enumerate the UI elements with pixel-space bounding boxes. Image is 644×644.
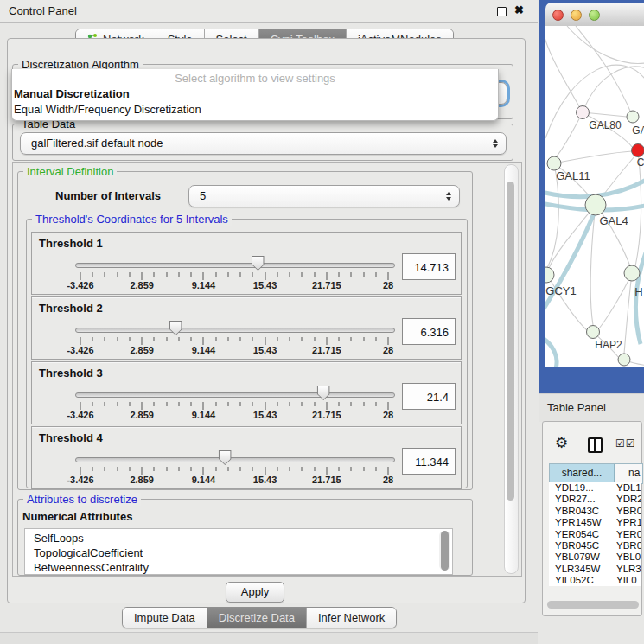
- threshold-label: Threshold 1: [39, 237, 103, 250]
- zoom-traffic-light-icon[interactable]: [589, 10, 600, 21]
- table-row[interactable]: YLR345WYLR3: [549, 564, 641, 575]
- attribute-item-selfloops[interactable]: SelfLoops: [25, 531, 452, 545]
- slider-thumb-face: [220, 451, 231, 464]
- network-node-gal4[interactable]: [585, 194, 606, 215]
- network-window-titlebar[interactable]: [545, 3, 644, 27]
- tick-mark: [375, 337, 376, 341]
- minimize-traffic-light-icon[interactable]: [571, 10, 582, 21]
- attribute-item-topologicalcoefficient[interactable]: TopologicalCoefficient: [25, 545, 452, 560]
- network-node-c[interactable]: [618, 354, 630, 366]
- tick-label: 28: [383, 475, 393, 485]
- tick-mark: [80, 402, 81, 410]
- list-scrollbar[interactable]: [439, 531, 450, 571]
- tick-mark: [326, 467, 327, 475]
- cell-name: YBR0: [613, 540, 641, 552]
- bottom-tab-strip: Impute DataDiscretize DataInfer Network: [122, 607, 397, 628]
- column-header-shared-name[interactable]: shared...: [550, 464, 615, 483]
- threshold-row-threshold-1: Threshold 1-3.4262.8599.14415.4321.71528…: [31, 232, 462, 295]
- close-traffic-light-icon[interactable]: [552, 10, 564, 21]
- list-scrollbar-thumb[interactable]: [441, 531, 449, 571]
- table-row[interactable]: YBR043CYBR0: [549, 506, 641, 517]
- network-node[interactable]: [627, 111, 639, 123]
- table-body[interactable]: YDL19...YDL1YDR27...YDR2YBR043CYBR0YPR14…: [549, 482, 641, 586]
- close-icon[interactable]: ✖: [514, 3, 524, 16]
- attributes-list[interactable]: SelfLoopsTopologicalCoefficientBetweenne…: [24, 528, 453, 575]
- tick-label: 28: [383, 410, 393, 420]
- table-row[interactable]: YIL052CYIL0: [549, 575, 641, 586]
- tick-mark: [227, 337, 228, 341]
- tick-mark: [142, 337, 143, 345]
- network-node-gcy1[interactable]: [545, 267, 554, 283]
- slider-thumb[interactable]: [317, 386, 330, 400]
- network-node-gal80[interactable]: [577, 106, 590, 119]
- float-window-icon[interactable]: [497, 7, 507, 16]
- tick-mark: [117, 467, 118, 471]
- tick-mark: [178, 272, 179, 277]
- popup-option-manual-discretization[interactable]: Manual Discretization: [12, 86, 498, 102]
- threshold-value-field[interactable]: 21.4: [402, 383, 456, 410]
- tick-mark: [142, 402, 143, 410]
- vertical-scrollbar[interactable]: [504, 164, 519, 574]
- network-node-gal11[interactable]: [547, 156, 561, 170]
- tick-mark: [290, 337, 290, 341]
- window-title: Control Panel: [9, 4, 77, 17]
- apply-button[interactable]: Apply: [226, 582, 284, 603]
- cell-shared-name: YBR043C: [549, 506, 613, 517]
- table-row[interactable]: YDR27...YDR2: [549, 494, 641, 505]
- tick-mark: [215, 467, 216, 471]
- network-node-hap2[interactable]: [587, 326, 600, 339]
- threshold-value-field[interactable]: 14.713: [402, 253, 456, 280]
- network-canvas[interactable]: GAL80GAGAL11GAL4GCY1HHAP2C: [545, 26, 644, 367]
- slider-thumb[interactable]: [169, 321, 182, 335]
- column-header-name[interactable]: na: [615, 464, 642, 483]
- bottom-tab-impute-data[interactable]: Impute Data: [123, 608, 207, 628]
- threshold-value-field[interactable]: 6.316: [402, 318, 456, 345]
- column-browser-icon[interactable]: [588, 437, 603, 453]
- tick-mark: [166, 467, 167, 471]
- cell-name: YBR0: [613, 506, 641, 517]
- tick-mark: [252, 467, 253, 471]
- table-data-combobox[interactable]: galFiltered.sif default node: [20, 132, 507, 155]
- table-panel-header: Table Panel: [539, 393, 644, 422]
- table-row[interactable]: YBL079WYBL0: [549, 552, 641, 563]
- table-header-row: shared... na: [549, 463, 643, 484]
- tick-mark: [265, 337, 265, 345]
- network-node-label: GAL11: [556, 169, 590, 182]
- horizontal-scrollbar-thumb[interactable]: [547, 601, 639, 609]
- threshold-stack: Threshold 1-3.4262.8599.14415.4321.71528…: [31, 232, 462, 491]
- threshold-value-field[interactable]: 11.344: [402, 448, 456, 475]
- tick-label: -3.426: [67, 475, 93, 485]
- slider-tick-labels: -3.4262.8599.14415.4321.71528: [80, 280, 388, 290]
- slider-travel: [80, 321, 388, 336]
- vertical-scrollbar-thumb[interactable]: [507, 182, 514, 501]
- table-row[interactable]: YBR045CYBR0: [549, 540, 641, 552]
- threshold-row-threshold-4: Threshold 4-3.4262.8599.14415.4321.71528…: [31, 426, 462, 489]
- table-row[interactable]: YDL19...YDL1: [549, 482, 641, 494]
- bottom-tab-infer-network[interactable]: Infer Network: [307, 608, 396, 628]
- network-node-ga[interactable]: [632, 144, 644, 157]
- slider-thumb[interactable]: [252, 256, 265, 271]
- network-node-label: GAL4: [599, 214, 628, 227]
- threshold-label: Threshold 4: [39, 431, 103, 444]
- cell-name: YLR3: [613, 564, 641, 575]
- tick-mark: [240, 272, 241, 277]
- attribute-item-betweennesscentrality[interactable]: BetweennessCentrality: [25, 560, 452, 575]
- table-row[interactable]: YER054CYER0: [549, 529, 641, 540]
- tick-mark: [191, 272, 192, 277]
- popup-option-equal-width-frequency-discretization[interactable]: Equal Width/Frequency Discretization: [12, 102, 498, 118]
- num-intervals-combobox[interactable]: 5: [188, 185, 460, 207]
- tick-label: 21.715: [312, 475, 341, 485]
- checkbox-icons[interactable]: ☑☑: [615, 437, 636, 450]
- tick-mark: [388, 467, 389, 475]
- tick-mark: [326, 337, 327, 345]
- table-row[interactable]: YPR145WYPR1: [549, 517, 641, 528]
- gear-icon[interactable]: ⚙: [555, 437, 568, 450]
- bottom-tab-discretize-data[interactable]: Discretize Data: [207, 608, 307, 628]
- tick-mark: [191, 337, 192, 341]
- network-node-h[interactable]: [624, 265, 640, 281]
- slider-thumb[interactable]: [219, 450, 232, 465]
- tick-mark: [227, 467, 228, 471]
- tick-label: 9.144: [192, 410, 216, 420]
- control-panel-titlebar: Control Panel ✖: [0, 0, 538, 23]
- tick-mark: [227, 402, 228, 406]
